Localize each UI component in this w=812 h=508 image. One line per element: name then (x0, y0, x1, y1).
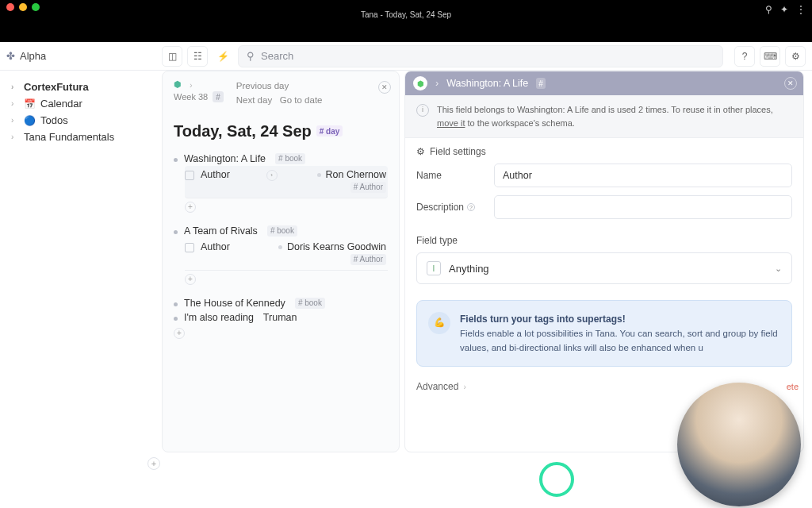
presenter-webcam (677, 383, 801, 506)
node-avatar-icon: ⬢ (413, 76, 427, 90)
promo-body: Fields enable a lot possibilities in Tan… (460, 329, 778, 352)
node-title: A Team of Rivals (184, 225, 258, 237)
book-tag[interactable]: # book (267, 225, 297, 237)
day-panel: ✕ ⬢ › Week 38 # Previous day Next day Go… (162, 71, 400, 452)
sidebar-item-fundamentals[interactable]: › Tana Fundamentals (6, 129, 152, 145)
sidebar-item-cortexfutura[interactable]: › CortexFutura (6, 79, 152, 95)
add-field-button[interactable]: + (185, 274, 196, 285)
section-label: Field settings (430, 146, 486, 157)
node-row[interactable]: I'm also reading Truman (174, 310, 388, 325)
notice-text: to the workspace's schema. (465, 118, 574, 128)
bullet-icon (174, 158, 178, 162)
fieldtype-label: Field type (416, 235, 458, 246)
week-indicator[interactable]: Week 38 # (174, 91, 224, 102)
traffic-lights (6, 3, 40, 11)
expand-field-icon[interactable]: › (266, 170, 278, 181)
keyboard-icon[interactable]: ⌨ (760, 46, 780, 67)
close-panel-icon[interactable]: ✕ (784, 77, 797, 90)
help-icon[interactable]: ? (467, 203, 475, 211)
help-icon[interactable]: ? (734, 46, 755, 67)
kebab-icon[interactable]: ⋮ (796, 4, 806, 15)
nav-previous-day[interactable]: Previous day (236, 79, 323, 94)
delete-link-partial[interactable]: ete (787, 382, 799, 391)
bullet-icon (174, 230, 178, 234)
field-row-author[interactable]: Author › Ron Chernow # Author (185, 166, 388, 198)
schema-notice: i This field belongs to Washington: A Li… (405, 95, 803, 138)
bullet-icon (174, 302, 178, 306)
panel-toggle-icon[interactable]: ◫ (162, 46, 182, 67)
bullet-icon (174, 317, 178, 321)
sidebar: › CortexFutura › 📅 Calendar › 🔵 Todos › … (0, 71, 159, 508)
field-value: Ron Chernow (326, 169, 386, 180)
node-title: I'm also reading (184, 312, 254, 323)
book-tag[interactable]: # book (275, 153, 305, 164)
window-title: Tana - Today, Sat, 24 Sep (0, 10, 812, 19)
zoom-icon[interactable]: ⚲ (765, 4, 772, 15)
chevron-right-icon: › (463, 383, 465, 391)
fullscreen-window-icon[interactable] (32, 3, 40, 11)
close-window-icon[interactable] (6, 3, 14, 11)
hash-badge[interactable]: # (536, 78, 546, 89)
fieldtype-select[interactable]: I Anything ⌄ (416, 252, 792, 284)
nav-next-day[interactable]: Next day (236, 95, 272, 105)
field-icon (185, 171, 194, 180)
chevron-right-icon: › (11, 99, 19, 108)
search-input[interactable]: ⚲ Search (238, 45, 723, 67)
description-input[interactable] (494, 195, 792, 219)
node-suffix: Truman (263, 312, 297, 323)
sidebar-item-label: Todos (40, 114, 68, 126)
search-icon: ⚲ (247, 50, 255, 62)
node-row[interactable]: A Team of Rivals # book (174, 224, 388, 238)
workspace-switcher[interactable]: ✤ Alpha (6, 50, 157, 62)
chevron-right-icon: › (435, 78, 439, 89)
extensions-icon[interactable]: ✦ (780, 4, 788, 15)
section-heading: ⚙ Field settings (416, 146, 792, 157)
name-label: Name (416, 170, 480, 181)
search-placeholder: Search (261, 50, 293, 62)
workspace-name: Alpha (20, 50, 46, 62)
fieldtype-value: Anything (449, 263, 489, 275)
book-tag[interactable]: # book (295, 298, 325, 309)
node-row[interactable]: Washington: A Life # book (174, 152, 388, 166)
browser-controls: ⚲ ✦ ⋮ (765, 4, 806, 15)
breadcrumb: ⬢ › (174, 79, 224, 90)
field-value: Doris Kearns Goodwin (287, 241, 386, 252)
node-row[interactable]: The House of Kennedy # book (174, 296, 388, 310)
author-tag[interactable]: # Author (350, 254, 386, 265)
field-name: Author (201, 169, 230, 180)
node-title: Washington: A Life (184, 153, 266, 164)
day-tag[interactable]: # day (316, 125, 343, 137)
description-label: Description? (416, 202, 480, 213)
bullet-icon (278, 245, 282, 249)
notice-text: This field belongs to Washington: A Life… (437, 105, 773, 114)
sidebar-item-calendar[interactable]: › 📅 Calendar (6, 95, 152, 112)
home-icon[interactable]: ⬢ (174, 79, 182, 90)
hash-icon: # (213, 91, 224, 102)
nav-goto-date[interactable]: Go to date (280, 95, 323, 105)
bullet-icon (317, 173, 321, 177)
quick-add-icon[interactable]: ⚡ (213, 46, 233, 67)
add-field-button[interactable]: + (185, 202, 196, 213)
chevron-down-icon: ⌄ (775, 264, 782, 274)
todos-emoji-icon: 🔵 (24, 115, 36, 126)
flex-emoji-icon: 💪 (428, 312, 450, 334)
field-icon (185, 243, 194, 252)
chevron-right-icon: › (11, 133, 19, 141)
name-input[interactable] (494, 164, 792, 187)
sidebar-item-label: Tana Fundamentals (24, 131, 114, 143)
calendar-icon[interactable]: ☷ (187, 46, 208, 67)
add-node-button[interactable]: + (174, 328, 185, 339)
move-it-link[interactable]: move it (437, 118, 465, 128)
panel-breadcrumb[interactable]: Washington: A Life (446, 78, 528, 89)
sidebar-item-todos[interactable]: › 🔵 Todos (6, 112, 152, 129)
sidebar-item-label: Calendar (40, 98, 82, 110)
settings-icon[interactable]: ⚙ (785, 46, 806, 67)
recording-indicator-icon (539, 462, 574, 497)
global-add-button[interactable]: + (147, 457, 160, 470)
author-tag[interactable]: # Author (350, 182, 386, 193)
close-panel-icon[interactable]: ✕ (378, 81, 391, 94)
chevron-right-icon: › (11, 116, 19, 125)
minimize-window-icon[interactable] (19, 3, 27, 11)
field-row-author[interactable]: Author Doris Kearns Goodwin # Author (185, 238, 388, 271)
page-title-text: Today, Sat, 24 Sep (174, 122, 312, 140)
